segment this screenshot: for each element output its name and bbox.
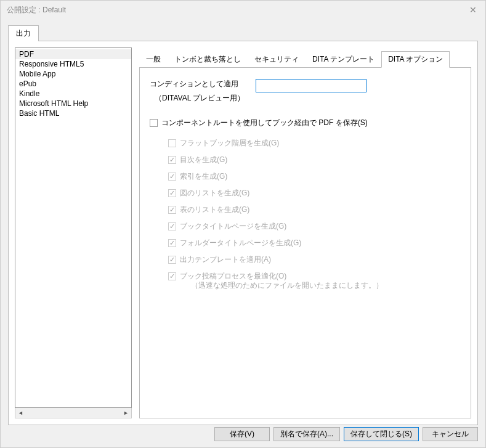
option-label: 目次を生成(G): [180, 155, 227, 165]
option-label-wrap: ブックタイトルページを生成(G): [180, 222, 286, 231]
dita-options-panel: コンディションとして適用 （DITAVAL プレビュー用） コンポーネントルート…: [139, 68, 471, 418]
option-label-wrap: フォルダータイトルページを生成(G): [180, 238, 301, 248]
output-format-item[interactable]: ePub: [15, 79, 131, 89]
option-row: ✓図のリストを生成(G): [168, 189, 461, 198]
component-route-row[interactable]: コンポーネントルートを使用してブック経由で PDF を保存(S): [150, 118, 461, 128]
option-label: 索引を生成(G): [180, 172, 227, 181]
close-icon: ✕: [469, 5, 477, 15]
dialog-body: 出力 PDFResponsive HTML5Mobile AppePubKind…: [1, 19, 485, 425]
option-checkbox: ✓: [168, 173, 176, 181]
tab-output[interactable]: 出力: [8, 25, 39, 41]
option-checkbox: ✓: [168, 206, 176, 214]
component-route-checkbox[interactable]: [150, 119, 158, 127]
condition-label: コンディションとして適用: [150, 79, 245, 89]
option-row: ✓ブックタイトルページを生成(G): [168, 222, 461, 231]
titlebar: 公開設定 : Default ✕: [1, 1, 485, 19]
option-checkbox: ✓: [168, 239, 176, 247]
option-label: ブック投稿プロセスを最適化(O): [180, 272, 383, 281]
option-checkbox: ✓: [168, 222, 176, 230]
option-row: フラットブック階層を生成(G): [168, 139, 461, 148]
option-label: 出力テンプレートを適用(A): [180, 255, 271, 264]
option-row: ✓目次を生成(G): [168, 155, 461, 165]
window-title: 公開設定 : Default: [7, 5, 66, 15]
close-button[interactable]: ✕: [461, 1, 485, 19]
check-icon: ✓: [169, 206, 175, 213]
settings-tab[interactable]: DITA オプション: [381, 51, 450, 68]
option-label-wrap: 出力テンプレートを適用(A): [180, 255, 271, 264]
option-label: 表のリストを生成(G): [180, 205, 249, 214]
save-button[interactable]: 保存(V): [214, 427, 270, 441]
check-icon: ✓: [169, 240, 175, 246]
generation-options-list: フラットブック階層を生成(G)✓目次を生成(G)✓索引を生成(G)✓図のリストを…: [150, 139, 461, 290]
option-row: ✓フォルダータイトルページを生成(G): [168, 238, 461, 248]
settings-tab[interactable]: セキュリティ: [248, 51, 306, 68]
condition-label-group: コンディションとして適用 （DITAVAL プレビュー用）: [150, 79, 245, 104]
option-checkbox: ✓: [168, 189, 176, 197]
check-icon: ✓: [169, 223, 175, 230]
option-checkbox: ✓: [168, 156, 176, 164]
settings-tab[interactable]: 一般: [139, 51, 168, 68]
list-horizontal-scrollbar[interactable]: ◄ ►: [15, 408, 132, 418]
main-panel: PDFResponsive HTML5Mobile AppePubKindleM…: [8, 41, 478, 425]
save-as-button[interactable]: 別名で保存(A)...: [273, 427, 340, 441]
output-format-item[interactable]: Kindle: [15, 89, 131, 99]
cancel-button[interactable]: キャンセル: [423, 427, 478, 441]
condition-input[interactable]: [256, 79, 367, 92]
option-label-wrap: 索引を生成(G): [180, 172, 227, 181]
output-format-list[interactable]: PDFResponsive HTML5Mobile AppePubKindleM…: [15, 47, 132, 408]
condition-sublabel: （DITAVAL プレビュー用）: [150, 93, 245, 104]
option-label: フラットブック階層を生成(G): [180, 139, 279, 148]
check-icon: ✓: [169, 157, 175, 163]
scroll-left-icon[interactable]: ◄: [15, 408, 26, 418]
output-format-panel: PDFResponsive HTML5Mobile AppePubKindleM…: [15, 47, 132, 418]
output-format-item[interactable]: Mobile App: [15, 69, 131, 79]
option-sublabel: （迅速な処理のためにファイルを開いたままにします。）: [191, 281, 383, 290]
settings-tab[interactable]: トンボと裁ち落とし: [168, 51, 248, 68]
check-icon: ✓: [169, 256, 175, 263]
check-icon: ✓: [169, 173, 175, 180]
option-label: フォルダータイトルページを生成(G): [180, 238, 301, 248]
publish-settings-dialog: 公開設定 : Default ✕ 出力 PDFResponsive HTML5M…: [0, 0, 486, 448]
option-label-wrap: フラットブック階層を生成(G): [180, 139, 279, 148]
option-label-wrap: ブック投稿プロセスを最適化(O)（迅速な処理のためにファイルを開いたままにします…: [180, 272, 383, 290]
option-checkbox: [168, 139, 176, 147]
option-row: ✓出力テンプレートを適用(A): [168, 255, 461, 264]
scroll-right-icon[interactable]: ►: [121, 408, 131, 418]
option-row: ✓索引を生成(G): [168, 172, 461, 181]
component-route-label: コンポーネントルートを使用してブック経由で PDF を保存(S): [161, 118, 368, 128]
option-row: ✓表のリストを生成(G): [168, 205, 461, 214]
option-label-wrap: 目次を生成(G): [180, 155, 227, 165]
main-tabs: 出力: [8, 25, 478, 41]
option-row: ✓ブック投稿プロセスを最適化(O)（迅速な処理のためにファイルを開いたままにしま…: [168, 272, 461, 290]
condition-row: コンディションとして適用 （DITAVAL プレビュー用）: [150, 79, 461, 104]
option-label-wrap: 図のリストを生成(G): [180, 189, 249, 198]
output-format-item[interactable]: PDF: [15, 49, 131, 59]
check-icon: ✓: [169, 190, 175, 197]
check-icon: ✓: [169, 273, 175, 280]
output-format-item[interactable]: Basic HTML: [15, 108, 131, 118]
output-format-item[interactable]: Microsoft HTML Help: [15, 99, 131, 108]
settings-tabs: 一般トンボと裁ち落としセキュリティDITA テンプレートDITA オプション: [139, 51, 471, 68]
option-checkbox: ✓: [168, 272, 176, 280]
option-checkbox: ✓: [168, 256, 176, 264]
settings-panel: 一般トンボと裁ち落としセキュリティDITA テンプレートDITA オプション コ…: [139, 47, 471, 418]
option-label-wrap: 表のリストを生成(G): [180, 205, 249, 214]
output-format-item[interactable]: Responsive HTML5: [15, 59, 131, 69]
save-and-close-button[interactable]: 保存して閉じる(S): [344, 427, 419, 441]
option-label: ブックタイトルページを生成(G): [180, 222, 286, 231]
dialog-footer: 保存(V) 別名で保存(A)... 保存して閉じる(S) キャンセル: [1, 425, 485, 447]
settings-tab[interactable]: DITA テンプレート: [306, 51, 381, 68]
option-label: 図のリストを生成(G): [180, 189, 249, 198]
